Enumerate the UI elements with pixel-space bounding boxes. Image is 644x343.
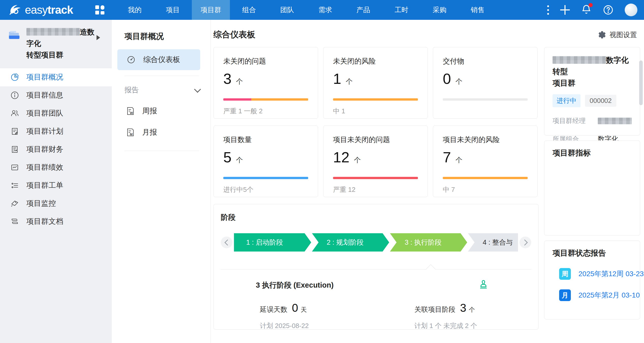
stat-value: 5 [223,149,231,166]
monthly-report-row: 月 2025年第2月 03-10 [559,289,632,301]
stage-3[interactable]: 3 : 执行阶段 [390,233,467,252]
stage-viewport: 1 : 启动阶段2 : 规划阶段3 : 执行阶段4 : 整合与 [234,233,518,252]
dashboard-cards-column: 未关闭的问题 3个 严重 1 一般 2 未关闭的风险 1个 中 1 [213,47,539,330]
delay-metric: 延误天数 0 天 [260,302,414,314]
sidebar-item-info[interactable]: 项目群信息 [0,86,112,104]
sidebar-menu: 项目群概况 项目群信息 项目群团队 [0,68,112,231]
nav-item-10[interactable]: 销售 [459,0,497,20]
stat-unit: 个 [236,155,243,165]
stat-card-project-open-issues: 项目未关闭的问题 12个 严重 12 [323,126,428,197]
stage-detail-grid: 延误天数 0 天 关联项目阶段 3 个 计划 2025-08-22 [221,302,531,330]
monthly-badge: 月 [559,289,571,301]
sidebar-item-plan[interactable]: 项目群计划 [0,122,112,141]
stat-title: 未关闭的风险 [333,56,418,66]
stat-card-project-open-risks: 项目未关闭的风险 7个 中 7 [433,126,538,197]
submenu-item-label: 周报 [142,106,157,116]
logo-swoosh-icon [8,3,22,17]
performance-chart-icon [10,163,19,172]
report-group-toggle[interactable]: 报告 [124,85,200,95]
submenu-item-weekly-report[interactable]: W 周报 [125,106,211,116]
monthly-report-link[interactable]: 2025年第2月 03-10 [578,290,640,300]
delay-value: 0 [292,302,298,314]
stat-bar-segment [333,177,418,179]
sidebar-item-monitor[interactable]: 项目监控 [0,195,112,213]
primary-nav-items: 我的项目项目群组合团队需求产品工时采购销售 [116,0,497,20]
easytrack-logo[interactable]: easytrack [8,3,73,17]
topbar-actions [536,4,637,16]
nav-item-2[interactable]: 项目 [154,0,192,20]
sidebar-item-overview[interactable]: 项目群概况 [0,68,112,86]
sidebar-item-label: 项目群团队 [26,108,63,118]
help-icon[interactable] [603,5,614,15]
badge-row: 进行中 000002 [553,94,632,107]
stage-separator [221,269,531,270]
project-folder-icon [8,28,21,42]
status-report-title: 项目群状态报告 [553,248,632,258]
monthly-report-icon: M [125,128,135,137]
nav-item-4[interactable]: 组合 [230,0,268,20]
weekly-report-link[interactable]: 2025年第12周 03-23 [578,269,644,279]
bell-icon[interactable] [581,4,592,16]
sidebar-item-workorder[interactable]: 项目群工单 [0,177,112,195]
divider [124,151,199,151]
plus-icon[interactable] [560,5,570,15]
secondary-panel-title: 项目群概况 [124,31,211,42]
sidebar-item-label: 项目群文档 [26,216,63,227]
sidebar-item-documents[interactable]: 项目群文档 [0,213,112,231]
page-title: 综合仪表板 [213,29,255,40]
sidebar-item-performance[interactable]: 项目群绩效 [0,159,112,177]
stat-value: 12 [333,149,350,166]
stat-title: 交付物 [443,56,528,66]
carousel-next-button[interactable] [520,237,531,248]
svg-text:M: M [130,132,133,136]
secondary-panel: 项目群概况 综合仪表板 报告 W 周报 [112,20,211,343]
report-group-label: 报告 [124,85,139,95]
work-order-list-icon [10,181,19,190]
stat-title: 项目数量 [223,135,308,145]
gear-icon [598,30,606,39]
sidebar-item-label: 项目群绩效 [26,162,63,173]
stat-value: 0 [443,70,451,87]
info-circle-icon [10,91,19,100]
stat-bar-segment [223,177,308,179]
vertical-scrollbar-thumb[interactable] [639,60,643,105]
nav-item-5[interactable]: 团队 [268,0,306,20]
view-settings-button[interactable]: 视图设置 [598,30,637,39]
redacted-text [26,28,80,36]
sidebar-item-team[interactable]: 项目群团队 [0,104,112,122]
project-group-header[interactable]: 造数字化 转型项目群 [0,20,112,66]
stat-unit: 个 [354,155,361,165]
stage-1[interactable]: 1 : 启动阶段 [234,233,311,252]
nav-item-7[interactable]: 产品 [344,0,382,20]
expand-arrow-icon[interactable] [97,35,100,40]
carousel-prev-button[interactable] [221,237,232,248]
stamp-icon[interactable] [478,279,489,289]
team-icon [10,109,19,118]
nav-item-1[interactable]: 我的 [116,0,154,20]
notification-dot [589,3,593,7]
redacted-text [598,118,632,124]
divider [124,76,199,76]
view-settings-label: 视图设置 [609,30,637,39]
nav-item-9[interactable]: 采购 [420,0,459,20]
avatar[interactable] [625,4,637,16]
submenu-item-dashboard[interactable]: 综合仪表板 [117,49,200,70]
stat-card-open-risks: 未关闭的风险 1个 中 1 [323,47,428,119]
app-grid-icon[interactable] [95,5,105,15]
stage-section-title: 阶段 [221,212,531,223]
stage-caret-pointer [426,264,435,274]
chevron-down-icon [194,86,201,93]
stage-4[interactable]: 4 : 整合与 [468,233,518,252]
nav-item-8[interactable]: 工时 [382,0,420,20]
stat-title: 项目未关闭的问题 [333,135,418,145]
stage-2[interactable]: 2 : 规划阶段 [312,233,389,252]
submenu-item-monthly-report[interactable]: M 月报 [125,127,211,137]
stage-carousel: 1 : 启动阶段2 : 规划阶段3 : 执行阶段4 : 整合与 [221,233,531,252]
sidebar-item-finance[interactable]: 项目群财务 [0,141,112,159]
program-info-card: 数字化转型 项目群 进行中 000002 项目群经理 所属组合 [544,47,640,135]
nav-item-6[interactable]: 需求 [306,0,344,20]
stat-value: 3 [223,70,231,87]
more-dots-icon[interactable] [547,4,549,16]
weekly-report-row: 周 2025年第12周 03-23 [559,268,632,280]
nav-item-3[interactable]: 项目群 [192,0,230,20]
